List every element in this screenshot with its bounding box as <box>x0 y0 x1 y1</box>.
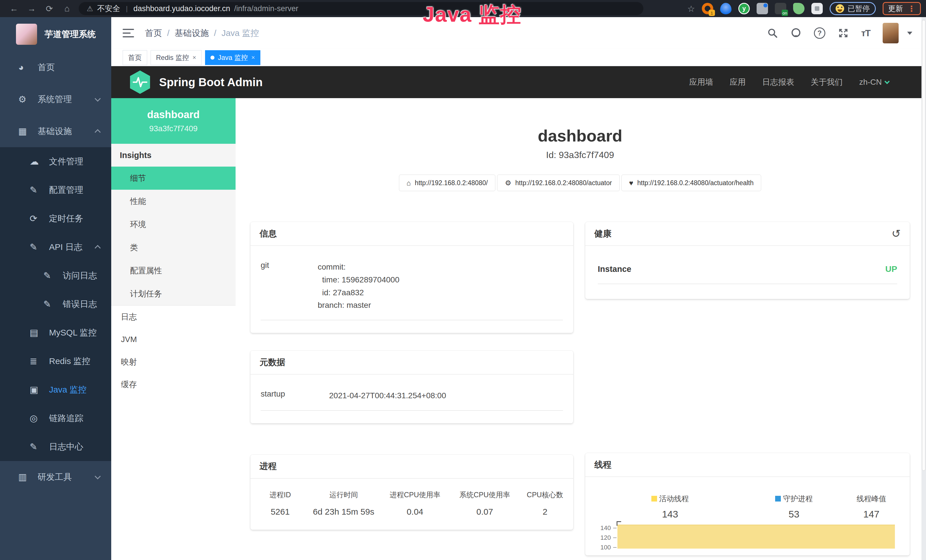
health-url-button[interactable]: ♥ http://192.168.0.2:48080/actuator/heal… <box>622 175 761 191</box>
instance-name: dashboard <box>147 109 200 121</box>
sba-insights-group: Insights 细节 性能 环境 类 配置属性 计划任务 <box>111 144 236 306</box>
history-icon[interactable]: ↺ <box>891 227 900 240</box>
sba-navbar: Spring Boot Admin 应用墙 应用 日志报表 关于我们 zh-CN <box>111 66 926 98</box>
font-size-icon[interactable]: тT <box>861 28 870 38</box>
sidebar-item-log-center[interactable]: ✎ 日志中心 <box>0 433 111 461</box>
metadata-key: startup <box>261 389 329 402</box>
info-card: 信息 git commit: time: 1596289704000 id: 2… <box>250 222 573 333</box>
browser-menu-icon[interactable]: ⋮ <box>908 4 915 14</box>
fullscreen-icon[interactable] <box>838 28 849 38</box>
legend-daemon-threads: 守护进程 <box>747 493 840 504</box>
sidebar-item-api-log[interactable]: ✎ API 日志 <box>0 233 111 261</box>
sba-item-details[interactable]: 细节 <box>111 166 236 190</box>
sidebar-item-devtools[interactable]: ▥ 研发工具 <box>0 461 111 493</box>
sba-item-classes[interactable]: 类 <box>111 236 236 259</box>
extension-icon-orange[interactable]: 1 <box>702 3 713 14</box>
scrollbar-thumb[interactable] <box>922 20 925 471</box>
app-logo-row[interactable]: 芋道管理系统 <box>0 17 111 51</box>
sba-nav-about[interactable]: 关于我们 <box>811 77 843 88</box>
service-url-button[interactable]: ⌂ http://192.168.0.2:48080/ <box>399 175 496 191</box>
collapse-sidebar-icon[interactable] <box>123 29 134 37</box>
tab-home[interactable]: 首页 <box>123 50 147 65</box>
sba-item-performance[interactable]: 性能 <box>111 190 236 213</box>
sidebar-item-redis[interactable]: ≣ Redis 监控 <box>0 347 111 375</box>
address-bar[interactable]: ⚠ 不安全 | dashboard.yudao.iocoder.cn/infra… <box>79 2 643 15</box>
sba-nav-links: 应用墙 应用 日志报表 关于我们 zh-CN <box>689 77 926 88</box>
sidebar-item-label: 基础设施 <box>38 126 72 137</box>
sba-brand-title[interactable]: Spring Boot Admin <box>159 76 263 89</box>
sba-logo-icon[interactable] <box>129 70 151 94</box>
sidebar-item-java-monitor[interactable]: ▣ Java 监控 <box>0 375 111 404</box>
extensions-puzzle-icon[interactable] <box>811 3 823 14</box>
y-axis-tickmark <box>613 528 617 528</box>
sidebar-item-label: 配置管理 <box>49 184 83 196</box>
process-col-header: 进程CPU使用率 <box>380 490 450 499</box>
extension-icon-switch[interactable]: on <box>775 3 786 14</box>
sba-language-value: zh-CN <box>859 77 882 87</box>
process-col-header: 系统CPU使用率 <box>450 490 520 499</box>
close-icon[interactable]: × <box>251 54 255 61</box>
sba-item-jvm[interactable]: JVM <box>111 328 236 351</box>
user-avatar[interactable] <box>883 23 899 43</box>
sidebar-item-mysql[interactable]: ▤ MySQL 监控 <box>0 318 111 347</box>
sba-item-config-props[interactable]: 配置属性 <box>111 259 236 282</box>
page-scrollbar[interactable] <box>921 17 926 560</box>
breadcrumb-separator: / <box>214 28 216 38</box>
sidebar-item-infra[interactable]: ▦ 基础设施 <box>0 115 111 147</box>
timer-icon: ⟳ <box>30 213 49 224</box>
sidebar-item-home[interactable]: ◕ 首页 <box>0 51 111 83</box>
sidebar-item-label: 链路追踪 <box>49 413 83 424</box>
bookmark-star-icon[interactable]: ☆ <box>687 4 695 14</box>
tab-redis-monitor[interactable]: Redis 监控 × <box>151 50 202 65</box>
tab-java-monitor[interactable]: Java 监控 × <box>205 50 260 65</box>
sba-item-caches[interactable]: 缓存 <box>111 373 236 396</box>
sba-instance-header[interactable]: dashboard 93a3fc7f7409 <box>111 98 236 144</box>
sidebar-item-error-log[interactable]: ✎ 错误日志 <box>0 290 111 318</box>
extension-icon-pin[interactable] <box>720 3 731 14</box>
sidebar-item-file[interactable]: ☁ 文件管理 <box>0 147 111 176</box>
sidebar-item-job[interactable]: ⟳ 定时任务 <box>0 204 111 233</box>
close-icon[interactable]: × <box>192 54 196 61</box>
sba-nav-journal[interactable]: 日志报表 <box>762 77 794 88</box>
extension-badge-count: 1 <box>709 10 715 16</box>
spring-boot-admin: Spring Boot Admin 应用墙 应用 日志报表 关于我们 zh-CN <box>111 66 926 560</box>
sba-item-mappings[interactable]: 映射 <box>111 351 236 373</box>
paused-profile-badge[interactable]: 已暂停 <box>830 2 876 15</box>
health-card: 健康 ↺ Instance UP <box>585 222 910 299</box>
monitor-icon: ▣ <box>30 384 49 395</box>
sba-nav-applications[interactable]: 应用 <box>730 77 746 88</box>
tab-label: Java 监控 <box>218 53 248 62</box>
sba-item-environment[interactable]: 环境 <box>111 213 236 236</box>
legend-peak-threads: 线程峰值 <box>840 493 902 504</box>
chrome-update-button[interactable]: 更新 ⋮ <box>883 2 921 15</box>
help-icon[interactable]: ? <box>814 27 825 39</box>
browser-reload-icon[interactable]: ⟳ <box>41 4 58 14</box>
search-icon[interactable] <box>767 28 778 38</box>
user-menu-caret-icon[interactable] <box>907 32 912 35</box>
browser-home-icon[interactable]: ⌂ <box>58 4 76 14</box>
sba-language-select[interactable]: zh-CN <box>859 77 889 87</box>
dashboard-icon: ◕ <box>18 62 38 73</box>
extension-icon-y[interactable]: y <box>738 3 750 14</box>
browser-forward-icon[interactable]: → <box>23 4 41 14</box>
sidebar-item-access-log[interactable]: ✎ 访问日志 <box>0 261 111 290</box>
header-actions: ? тT <box>767 23 912 43</box>
sidebar-item-system[interactable]: ⚙ 系统管理 <box>0 83 111 115</box>
sba-item-logs[interactable]: 日志 <box>111 306 236 328</box>
url-separator: | <box>126 5 127 12</box>
github-icon[interactable] <box>791 28 801 38</box>
extension-icon-grid[interactable] <box>757 3 768 14</box>
breadcrumb-home[interactable]: 首页 <box>145 27 162 39</box>
breadcrumb-section[interactable]: 基础设施 <box>174 27 209 39</box>
insights-section-label: Insights <box>111 144 236 166</box>
browser-back-icon[interactable]: ← <box>5 4 23 14</box>
sidebar-item-config[interactable]: ✎ 配置管理 <box>0 176 111 204</box>
metadata-card-title: 元数据 <box>250 351 573 375</box>
sba-item-scheduled-tasks[interactable]: 计划任务 <box>111 282 236 305</box>
paused-label: 已暂停 <box>847 4 870 14</box>
metadata-row-startup: startup 2021-04-27T00:44:31.254+08:00 <box>261 389 563 411</box>
actuator-url-button[interactable]: ⚙ http://192.168.0.2:48080/actuator <box>497 175 619 191</box>
sba-nav-wallboard[interactable]: 应用墙 <box>689 77 713 88</box>
extension-icon-leaf[interactable] <box>793 3 805 14</box>
sidebar-item-trace[interactable]: ◎ 链路追踪 <box>0 404 111 433</box>
